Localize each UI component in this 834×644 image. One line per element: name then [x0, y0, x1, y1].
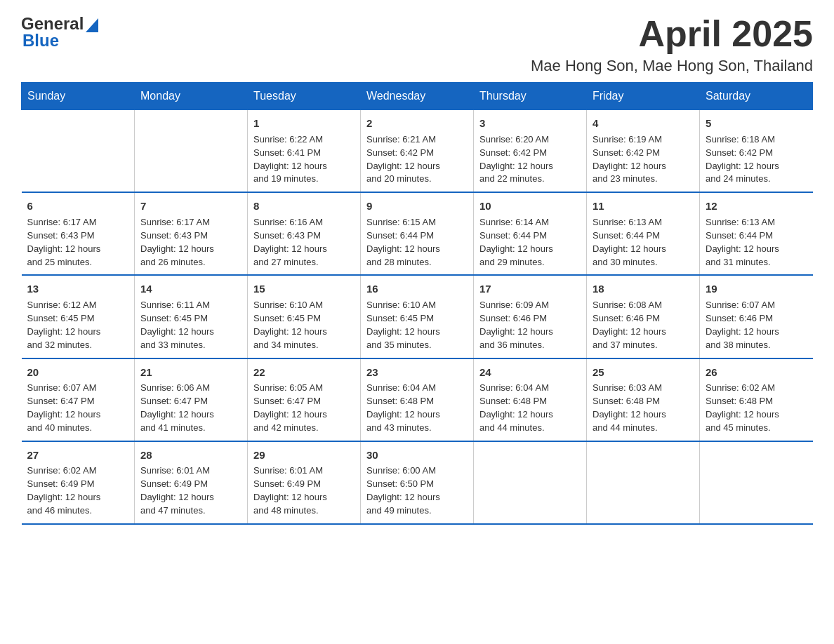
header-cell-sunday: Sunday: [22, 83, 135, 110]
calendar-cell: 2Sunrise: 6:21 AM Sunset: 6:42 PM Daylig…: [361, 110, 474, 193]
day-info: Sunrise: 6:07 AM Sunset: 6:47 PM Dayligh…: [27, 382, 129, 434]
day-info: Sunrise: 6:09 AM Sunset: 6:46 PM Dayligh…: [479, 299, 581, 351]
day-info: Sunrise: 6:06 AM Sunset: 6:47 PM Dayligh…: [140, 382, 241, 434]
logo: General Blue: [21, 14, 98, 51]
calendar-cell: 8Sunrise: 6:16 AM Sunset: 6:43 PM Daylig…: [248, 192, 361, 275]
calendar-cell: [22, 110, 135, 193]
day-number: 16: [366, 281, 468, 297]
day-number: 10: [479, 199, 581, 214]
day-info: Sunrise: 6:17 AM Sunset: 6:43 PM Dayligh…: [140, 216, 241, 269]
day-number: 4: [593, 116, 694, 131]
day-number: 15: [253, 281, 355, 297]
calendar-cell: 28Sunrise: 6:01 AM Sunset: 6:49 PM Dayli…: [135, 441, 248, 524]
day-info: Sunrise: 6:10 AM Sunset: 6:45 PM Dayligh…: [366, 299, 468, 351]
location-subtitle: Mae Hong Son, Mae Hong Son, Thailand: [531, 57, 813, 75]
logo-blue-text: Blue: [22, 31, 59, 51]
calendar-cell: 22Sunrise: 6:05 AM Sunset: 6:47 PM Dayli…: [248, 358, 361, 441]
day-number: 18: [593, 281, 694, 297]
day-info: Sunrise: 6:18 AM Sunset: 6:42 PM Dayligh…: [706, 133, 807, 186]
day-number: 9: [366, 199, 468, 214]
day-info: Sunrise: 6:11 AM Sunset: 6:45 PM Dayligh…: [140, 299, 241, 351]
day-number: 20: [27, 365, 129, 380]
calendar-cell: 1Sunrise: 6:22 AM Sunset: 6:41 PM Daylig…: [248, 110, 361, 193]
day-number: 28: [140, 448, 241, 463]
day-info: Sunrise: 6:20 AM Sunset: 6:42 PM Dayligh…: [479, 133, 581, 186]
day-number: 26: [706, 365, 807, 380]
day-info: Sunrise: 6:01 AM Sunset: 6:49 PM Dayligh…: [140, 464, 241, 517]
calendar-header: SundayMondayTuesdayWednesdayThursdayFrid…: [22, 83, 813, 110]
header-cell-tuesday: Tuesday: [248, 83, 361, 110]
calendar-cell: 4Sunrise: 6:19 AM Sunset: 6:42 PM Daylig…: [587, 110, 700, 193]
day-info: Sunrise: 6:02 AM Sunset: 6:49 PM Dayligh…: [27, 464, 129, 517]
header-row: SundayMondayTuesdayWednesdayThursdayFrid…: [22, 83, 813, 110]
day-number: 8: [253, 199, 355, 214]
calendar-cell: 18Sunrise: 6:08 AM Sunset: 6:46 PM Dayli…: [587, 275, 700, 358]
day-info: Sunrise: 6:04 AM Sunset: 6:48 PM Dayligh…: [479, 382, 581, 434]
calendar-cell: 5Sunrise: 6:18 AM Sunset: 6:42 PM Daylig…: [700, 110, 813, 193]
day-number: 30: [366, 448, 468, 463]
day-info: Sunrise: 6:13 AM Sunset: 6:44 PM Dayligh…: [706, 216, 807, 269]
day-info: Sunrise: 6:04 AM Sunset: 6:48 PM Dayligh…: [366, 382, 468, 434]
calendar-cell: 6Sunrise: 6:17 AM Sunset: 6:43 PM Daylig…: [22, 192, 135, 275]
header-cell-saturday: Saturday: [700, 83, 813, 110]
day-number: 17: [479, 281, 581, 297]
day-number: 6: [27, 199, 129, 214]
day-info: Sunrise: 6:15 AM Sunset: 6:44 PM Dayligh…: [366, 216, 468, 269]
calendar-cell: 16Sunrise: 6:10 AM Sunset: 6:45 PM Dayli…: [361, 275, 474, 358]
calendar-cell: 29Sunrise: 6:01 AM Sunset: 6:49 PM Dayli…: [248, 441, 361, 524]
calendar-cell: [587, 441, 700, 524]
calendar-cell: 20Sunrise: 6:07 AM Sunset: 6:47 PM Dayli…: [22, 358, 135, 441]
day-number: 24: [479, 365, 581, 380]
day-info: Sunrise: 6:10 AM Sunset: 6:45 PM Dayligh…: [253, 299, 355, 351]
day-info: Sunrise: 6:22 AM Sunset: 6:41 PM Dayligh…: [253, 133, 355, 186]
calendar-week-row: 20Sunrise: 6:07 AM Sunset: 6:47 PM Dayli…: [22, 358, 813, 441]
calendar-cell: 14Sunrise: 6:11 AM Sunset: 6:45 PM Dayli…: [135, 275, 248, 358]
day-number: 14: [140, 281, 241, 297]
day-number: 12: [706, 199, 807, 214]
calendar-cell: [474, 441, 587, 524]
day-info: Sunrise: 6:16 AM Sunset: 6:43 PM Dayligh…: [253, 216, 355, 269]
day-info: Sunrise: 6:03 AM Sunset: 6:48 PM Dayligh…: [593, 382, 694, 434]
calendar-cell: 9Sunrise: 6:15 AM Sunset: 6:44 PM Daylig…: [361, 192, 474, 275]
header-cell-wednesday: Wednesday: [361, 83, 474, 110]
day-info: Sunrise: 6:00 AM Sunset: 6:50 PM Dayligh…: [366, 464, 468, 517]
calendar-cell: 26Sunrise: 6:02 AM Sunset: 6:48 PM Dayli…: [700, 358, 813, 441]
day-info: Sunrise: 6:08 AM Sunset: 6:46 PM Dayligh…: [593, 299, 694, 351]
calendar-cell: [135, 110, 248, 193]
day-number: 27: [27, 448, 129, 463]
calendar-week-row: 27Sunrise: 6:02 AM Sunset: 6:49 PM Dayli…: [22, 441, 813, 524]
day-number: 23: [366, 365, 468, 380]
calendar-cell: 30Sunrise: 6:00 AM Sunset: 6:50 PM Dayli…: [361, 441, 474, 524]
day-info: Sunrise: 6:14 AM Sunset: 6:44 PM Dayligh…: [479, 216, 581, 269]
calendar-cell: 3Sunrise: 6:20 AM Sunset: 6:42 PM Daylig…: [474, 110, 587, 193]
day-number: 21: [140, 365, 241, 380]
calendar-cell: 11Sunrise: 6:13 AM Sunset: 6:44 PM Dayli…: [587, 192, 700, 275]
calendar-week-row: 6Sunrise: 6:17 AM Sunset: 6:43 PM Daylig…: [22, 192, 813, 275]
day-number: 5: [706, 116, 807, 131]
day-info: Sunrise: 6:19 AM Sunset: 6:42 PM Dayligh…: [593, 133, 694, 186]
calendar-cell: 27Sunrise: 6:02 AM Sunset: 6:49 PM Dayli…: [22, 441, 135, 524]
calendar-week-row: 1Sunrise: 6:22 AM Sunset: 6:41 PM Daylig…: [22, 110, 813, 193]
day-info: Sunrise: 6:02 AM Sunset: 6:48 PM Dayligh…: [706, 382, 807, 434]
day-number: 29: [253, 448, 355, 463]
day-info: Sunrise: 6:01 AM Sunset: 6:49 PM Dayligh…: [253, 464, 355, 517]
day-number: 13: [27, 281, 129, 297]
day-info: Sunrise: 6:13 AM Sunset: 6:44 PM Dayligh…: [593, 216, 694, 269]
day-number: 2: [366, 116, 468, 131]
logo-triangle-icon: [86, 18, 98, 32]
calendar-cell: 13Sunrise: 6:12 AM Sunset: 6:45 PM Dayli…: [22, 275, 135, 358]
calendar-cell: 7Sunrise: 6:17 AM Sunset: 6:43 PM Daylig…: [135, 192, 248, 275]
calendar-cell: [700, 441, 813, 524]
day-info: Sunrise: 6:17 AM Sunset: 6:43 PM Dayligh…: [27, 216, 129, 269]
day-number: 22: [253, 365, 355, 380]
calendar-cell: 17Sunrise: 6:09 AM Sunset: 6:46 PM Dayli…: [474, 275, 587, 358]
calendar-cell: 21Sunrise: 6:06 AM Sunset: 6:47 PM Dayli…: [135, 358, 248, 441]
calendar-cell: 10Sunrise: 6:14 AM Sunset: 6:44 PM Dayli…: [474, 192, 587, 275]
calendar-cell: 25Sunrise: 6:03 AM Sunset: 6:48 PM Dayli…: [587, 358, 700, 441]
header-cell-friday: Friday: [587, 83, 700, 110]
calendar-week-row: 13Sunrise: 6:12 AM Sunset: 6:45 PM Dayli…: [22, 275, 813, 358]
calendar-cell: 23Sunrise: 6:04 AM Sunset: 6:48 PM Dayli…: [361, 358, 474, 441]
day-info: Sunrise: 6:07 AM Sunset: 6:46 PM Dayligh…: [706, 299, 807, 351]
header-cell-monday: Monday: [135, 83, 248, 110]
day-info: Sunrise: 6:05 AM Sunset: 6:47 PM Dayligh…: [253, 382, 355, 434]
